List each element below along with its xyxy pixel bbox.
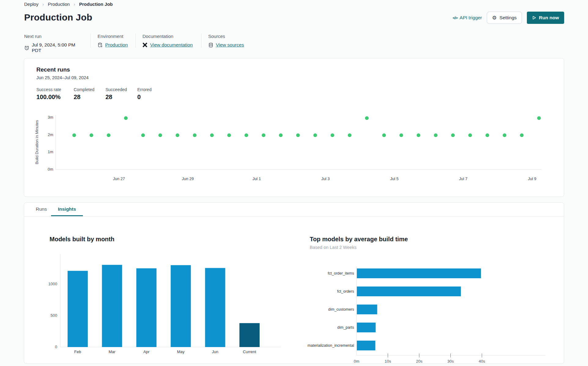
api-trigger-label: API trigger <box>460 15 482 20</box>
scatter-xtick: Jul 3 <box>321 176 330 181</box>
run-duration-dot[interactable] <box>158 133 162 137</box>
stat-errored: Errored 0 <box>137 87 152 101</box>
bar-chart-ytick: 0 <box>55 345 57 349</box>
hbar-chart-xtick: 20s <box>416 359 423 364</box>
run-duration-dot[interactable] <box>348 133 351 137</box>
meta-documentation-label: Documentation <box>142 34 195 39</box>
run-duration-dot[interactable] <box>141 133 145 137</box>
bar-chart-xtick: May <box>177 349 185 354</box>
month-bar <box>136 268 157 347</box>
top-models-title: Top models by average build time <box>310 236 408 243</box>
chevron-right-icon: › <box>43 2 44 7</box>
scatter-xtick: Jul 5 <box>390 176 398 181</box>
bar-chart-xtick: Apr <box>143 349 150 354</box>
hbar-chart-xtick: 30s <box>447 359 454 364</box>
stat-success-rate: Success rate 100.00% <box>36 87 74 101</box>
run-duration-dot[interactable] <box>245 133 248 137</box>
run-duration-dot[interactable] <box>451 133 455 137</box>
hbar-chart-xtick: 0m <box>354 359 359 364</box>
next-run-value: Jul 9, 2024, 5:00 PM PDT <box>32 42 84 53</box>
models-built-by-month-title: Models built by month <box>50 236 114 243</box>
run-duration-dot[interactable] <box>262 133 265 137</box>
run-now-button[interactable]: Run now <box>527 12 564 24</box>
build-duration-scatter-chart: 0m1m2m3mJun 27Jun 29Jul 1Jul 3Jul 5Jul 7… <box>27 107 562 184</box>
recent-runs-title: Recent runs <box>36 66 70 73</box>
recent-runs-card: Recent runs Jun 25, 2024–Jul 09, 2024 Su… <box>24 58 564 197</box>
model-build-time-bar <box>357 268 481 278</box>
meta-documentation: Documentation View documentation <box>135 34 201 48</box>
scatter-xtick: Jul 7 <box>459 176 467 181</box>
stat-completed: Completed 28 <box>74 87 105 101</box>
run-duration-dot[interactable] <box>399 133 403 137</box>
scatter-ytick: 3m <box>48 115 53 120</box>
run-duration-dot[interactable] <box>331 133 334 137</box>
run-duration-dot[interactable] <box>210 133 214 137</box>
run-duration-dot[interactable] <box>124 116 128 120</box>
meta-next-run: Next run Jul 9, 2024, 5:00 PM PDT <box>24 34 91 53</box>
run-duration-dot[interactable] <box>176 133 179 137</box>
scatter-xtick: Jun 27 <box>113 176 125 181</box>
alarm-clock-icon <box>24 45 29 50</box>
play-icon <box>532 16 536 20</box>
run-duration-dot[interactable] <box>313 133 317 137</box>
scatter-xtick: Jul 1 <box>253 176 261 181</box>
header-actions: </> API trigger ⚙ Settings Run now <box>453 12 564 24</box>
breadcrumb-deploy[interactable]: Deploy <box>24 2 39 7</box>
month-bar <box>171 265 191 347</box>
tab-insights[interactable]: Insights <box>51 203 83 216</box>
scatter-ytick: 1m <box>48 150 53 154</box>
run-duration-dot[interactable] <box>365 116 369 120</box>
gear-icon: ⚙ <box>492 15 497 20</box>
hbar-chart-xtick: 10s <box>385 359 391 364</box>
scatter-xtick: Jun 29 <box>182 176 194 181</box>
run-duration-dot[interactable] <box>537 116 541 120</box>
meta-environment: Environment Production <box>91 34 135 48</box>
recent-runs-stats: Success rate 100.00% Completed 28 Succee… <box>36 87 152 101</box>
bar-chart-ytick: 500 <box>50 313 57 318</box>
hbar-row-label: dim_parts <box>337 325 354 330</box>
api-trigger-link[interactable]: </> API trigger <box>453 15 482 20</box>
dbt-docs-icon <box>142 43 148 48</box>
run-duration-dot[interactable] <box>486 133 489 137</box>
breadcrumb: Deploy › Production › Production Job <box>24 2 113 7</box>
tab-runs[interactable]: Runs <box>31 203 51 216</box>
hbar-row-label: dim_customers <box>328 307 354 312</box>
page-title: Production Job <box>24 12 92 23</box>
run-duration-dot[interactable] <box>107 133 110 137</box>
scatter-ytick: 2m <box>48 132 53 137</box>
run-duration-dot[interactable] <box>279 133 283 137</box>
run-duration-dot[interactable] <box>417 133 420 137</box>
run-duration-dot[interactable] <box>520 133 523 137</box>
chevron-right-icon: › <box>74 2 75 7</box>
scatter-ytick: 0m <box>48 167 53 172</box>
settings-button[interactable]: ⚙ Settings <box>487 12 522 24</box>
environment-database-icon <box>98 43 103 48</box>
settings-label: Settings <box>500 15 517 20</box>
run-duration-dot[interactable] <box>227 133 231 137</box>
model-build-time-bar <box>357 323 376 332</box>
meta-sources-label: Sources <box>208 34 244 39</box>
run-duration-dot[interactable] <box>434 133 438 137</box>
month-bar <box>68 271 88 347</box>
recent-runs-date-range: Jun 25, 2024–Jul 09, 2024 <box>36 75 89 80</box>
bar-chart-xtick: Mar <box>109 349 116 354</box>
run-duration-dot[interactable] <box>296 133 300 137</box>
meta-sources: Sources View sources <box>201 34 250 48</box>
view-documentation-link[interactable]: View documentation <box>150 42 193 48</box>
run-duration-dot[interactable] <box>90 133 93 137</box>
run-duration-dot[interactable] <box>193 133 197 137</box>
bar-chart-xtick: Feb <box>74 349 81 354</box>
hbar-row-label: fct_orders <box>337 289 354 294</box>
scatter-xtick: Jul 9 <box>528 176 536 181</box>
job-meta-row: Next run Jul 9, 2024, 5:00 PM PDT Enviro… <box>24 34 250 53</box>
run-duration-dot[interactable] <box>503 133 506 137</box>
bar-chart-xtick: Current <box>243 349 256 354</box>
breadcrumb-production[interactable]: Production <box>48 2 70 7</box>
view-sources-link[interactable]: View sources <box>216 42 244 48</box>
run-duration-dot[interactable] <box>468 133 472 137</box>
environment-link[interactable]: Production <box>105 42 128 48</box>
run-duration-dot[interactable] <box>382 133 386 137</box>
top-models-subtitle: Based on Last 2 Weeks <box>310 245 357 250</box>
run-duration-dot[interactable] <box>72 133 76 137</box>
stat-succeeded: Succeeded 28 <box>105 87 137 101</box>
